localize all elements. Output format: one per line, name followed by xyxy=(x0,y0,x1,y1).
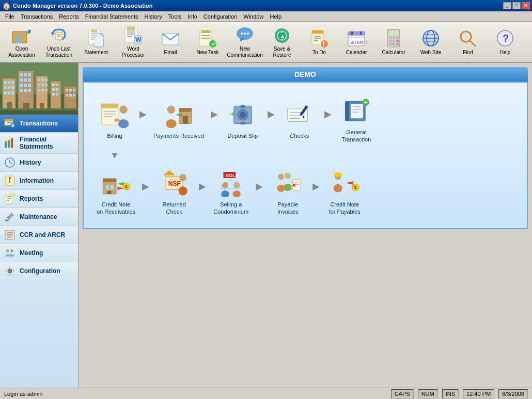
credit-note-receivables-label: Credit Noteon Receivables xyxy=(97,201,135,216)
menu-transactions[interactable]: Transactions xyxy=(18,12,56,21)
svg-rect-122 xyxy=(66,94,68,97)
svg-point-150 xyxy=(6,249,9,252)
new-communication-label: NewCommunication xyxy=(227,46,262,58)
calculator-button[interactable]: Calculator xyxy=(376,24,411,60)
svg-rect-84 xyxy=(11,91,14,94)
svg-rect-112 xyxy=(52,84,55,86)
menu-history[interactable]: History xyxy=(142,12,165,21)
svg-rect-105 xyxy=(41,84,44,86)
checks-item[interactable]: Checks xyxy=(277,94,322,144)
payments-received-item[interactable]: Payments Received xyxy=(149,94,209,144)
minimize-button[interactable]: _ xyxy=(503,2,511,9)
returned-check-label: ReturnedCheck xyxy=(163,201,186,216)
sidebar-item-financial[interactable]: Financial Statements xyxy=(0,133,78,154)
svg-rect-81 xyxy=(11,86,14,89)
ins-indicator: INS xyxy=(442,389,459,398)
svg-rect-121 xyxy=(73,89,75,91)
menu-file[interactable]: File xyxy=(2,12,18,21)
svg-rect-77 xyxy=(8,81,10,84)
word-processor-icon: W xyxy=(123,25,144,45)
sidebar-item-ccr[interactable]: CCR and ARCR xyxy=(0,226,78,244)
new-communication-button[interactable]: NewCommunication xyxy=(227,24,262,60)
svg-rect-120 xyxy=(69,89,72,91)
billing-item[interactable]: Billing xyxy=(92,94,137,144)
email-label: Email xyxy=(164,50,177,56)
svg-rect-192 xyxy=(110,185,113,190)
sidebar-label-configuration: Configuration xyxy=(20,267,60,275)
to-do-button[interactable]: ! To Do xyxy=(302,24,337,60)
new-communication-icon xyxy=(234,25,255,45)
menu-window[interactable]: Window xyxy=(240,12,267,21)
credit-note-receivables-item[interactable]: $ Credit Noteon Receivables xyxy=(92,163,140,220)
svg-text:$: $ xyxy=(11,123,14,128)
sidebar-item-maintenance[interactable]: Maintenance xyxy=(0,208,78,226)
payable-icon-box xyxy=(270,168,306,199)
menu-financial-statements[interactable]: Financial Statements xyxy=(82,12,142,21)
general-icon-box xyxy=(338,95,374,126)
help-button[interactable]: ? Help xyxy=(488,24,523,60)
find-button[interactable]: Find xyxy=(450,24,486,60)
credit-note-payables-item[interactable]: $ Credit Notefor Payables xyxy=(322,163,367,220)
menu-reports[interactable]: Reports xyxy=(56,12,82,21)
svg-rect-87 xyxy=(20,73,23,76)
word-processor-label: WordProcessor xyxy=(121,46,145,58)
svg-point-159 xyxy=(118,119,129,128)
menu-configuration[interactable]: Configuration xyxy=(200,12,240,21)
statement-button[interactable]: Statement xyxy=(79,24,114,60)
svg-rect-78 xyxy=(11,81,14,84)
billing-icon-box xyxy=(97,99,133,130)
svg-marker-166 xyxy=(176,113,182,117)
sidebar-item-configuration[interactable]: Configuration xyxy=(0,262,78,280)
sidebar-item-transactions[interactable]: $ Transactions xyxy=(0,115,78,133)
open-association-button[interactable]: OpenAssociation xyxy=(4,24,39,60)
svg-point-214 xyxy=(284,184,292,191)
svg-rect-25 xyxy=(201,30,210,33)
billing-label: Billing xyxy=(107,132,122,139)
menu-help[interactable]: Help xyxy=(267,12,285,21)
new-task-label: New Task xyxy=(196,50,218,56)
reports-icon xyxy=(4,193,15,204)
sidebar-item-meeting[interactable]: Meeting xyxy=(0,244,78,262)
calendar-button[interactable]: Su Mo Tu Calendar xyxy=(339,24,374,60)
deposit-slip-item[interactable]: Deposit Slip xyxy=(220,94,265,144)
svg-rect-109 xyxy=(45,89,48,91)
sidebar-item-history[interactable]: History xyxy=(0,154,78,172)
general-transaction-item[interactable]: GeneralTransaction xyxy=(334,91,379,148)
deposit-icon-box xyxy=(225,99,261,130)
svg-rect-94 xyxy=(24,84,27,87)
svg-rect-14 xyxy=(91,30,97,32)
svg-rect-61 xyxy=(396,43,399,45)
svg-rect-95 xyxy=(28,84,31,87)
down-arrow: ▼ xyxy=(92,150,519,161)
new-task-button[interactable]: ✓ New Task xyxy=(190,24,225,60)
svg-rect-82 xyxy=(4,91,7,94)
web-site-button[interactable]: Web Site xyxy=(413,24,448,60)
save-restore-button[interactable]: ▲ Save &Restore xyxy=(264,24,300,60)
selling-condominium-item[interactable]: SOLD Selling aCondominium xyxy=(208,163,254,220)
svg-marker-5 xyxy=(51,33,55,36)
titlebar: 🏠 Condo Manager version 7.0.300 - Demo A… xyxy=(0,0,532,11)
sidebar-item-reports[interactable]: Reports xyxy=(0,190,78,208)
statement-icon xyxy=(86,28,106,49)
payable-invoices-item[interactable]: PayableInvoices xyxy=(265,163,310,220)
menu-info[interactable]: Info xyxy=(184,12,200,21)
svg-rect-123 xyxy=(69,94,72,97)
word-processor-button[interactable]: W WordProcessor xyxy=(116,24,151,60)
svg-marker-223 xyxy=(346,181,354,185)
svg-point-202 xyxy=(180,174,187,181)
undo-last-button[interactable]: Undo LastTransaction xyxy=(41,24,76,60)
sidebar: $ Transactions Financial Statements Hist… xyxy=(0,63,79,388)
email-button[interactable]: Email xyxy=(153,24,188,60)
svg-point-209 xyxy=(233,190,241,197)
svg-rect-171 xyxy=(241,122,245,124)
save-restore-label: Save &Restore xyxy=(273,46,291,58)
sidebar-item-information[interactable]: i Information xyxy=(0,172,78,190)
svg-rect-47 xyxy=(348,31,365,36)
svg-rect-50 xyxy=(351,31,353,35)
web-site-icon xyxy=(420,28,441,49)
close-button[interactable]: ✕ xyxy=(522,2,530,9)
open-association-label: OpenAssociation xyxy=(8,46,35,58)
menu-tools[interactable]: Tools xyxy=(165,12,185,21)
returned-check-item[interactable]: NSF ! ReturnedCheck xyxy=(151,163,197,220)
maximize-button[interactable]: □ xyxy=(512,2,521,9)
